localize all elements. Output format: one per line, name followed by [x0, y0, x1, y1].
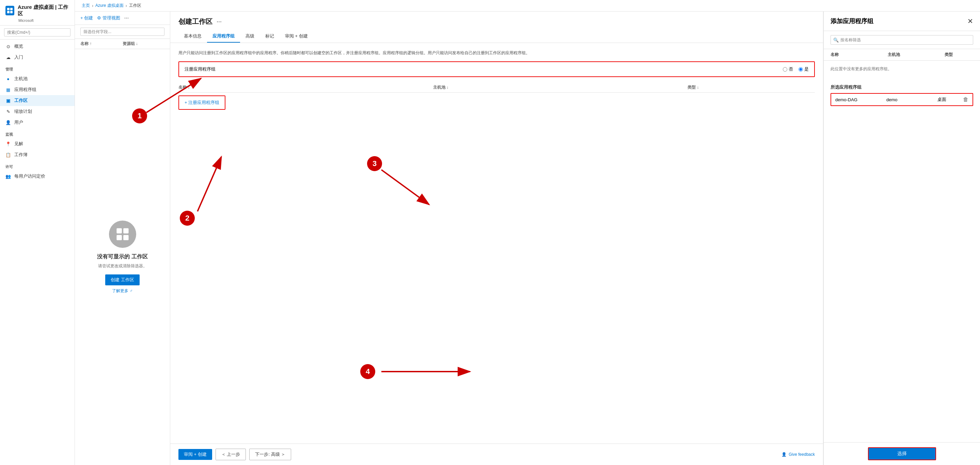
manage-section-label: 管理 [0, 63, 75, 73]
radio-no[interactable]: 否 [783, 66, 793, 72]
col-rg-header: 资源组 ↓ [123, 41, 165, 47]
sidebar-item-workbook[interactable]: 📋 工作簿 [0, 149, 75, 160]
breadcrumb-sep1: › [92, 3, 93, 8]
sidebar-header: Azure 虚拟桌面 | 工作区 Microsoft [0, 0, 75, 26]
add-ag-title: 添加应用程序组 [830, 17, 873, 25]
sidebar: Azure 虚拟桌面 | 工作区 Microsoft ⊙ 概览 ☁ 入门 管理 … [0, 0, 75, 465]
select-button[interactable]: 选择 [868, 447, 936, 460]
feedback-link[interactable]: 👤 Give feedback [781, 452, 815, 457]
create-button[interactable]: + 创建 [80, 15, 93, 21]
sidebar-item-intro[interactable]: ☁ 入门 [0, 52, 75, 63]
ag-col-pool: 主机池 ↓ [433, 85, 688, 90]
add-ag-columns: 名称 主机池 类型 [824, 49, 980, 61]
list-panel-toolbar: + 创建 ⚙ 管理视图 ··· [75, 11, 170, 25]
svg-rect-2 [7, 11, 10, 13]
wizard-title-row: 创建工作区 ··· [178, 17, 815, 26]
ag-col-type: 类型 ↓ [687, 85, 815, 90]
sidebar-title: Azure 虚拟桌面 | 工作区 [18, 4, 69, 17]
learn-more-link[interactable]: 了解更多 ♂ [112, 288, 132, 294]
users-icon: 👤 [5, 120, 11, 125]
intro-icon: ☁ [5, 54, 11, 60]
empty-state-icon [109, 221, 136, 248]
add-ag-search-input[interactable] [830, 35, 973, 45]
sidebar-item-workspace[interactable]: ▣ 工作区 [0, 95, 75, 106]
sidebar-item-users[interactable]: 👤 用户 [0, 117, 75, 128]
add-ag-search-container: 🔍 [824, 31, 980, 49]
wizard-footer: 审阅 + 创建 ＜ 上一步 下一步: 高级 ＞ 👤 Give feedback [170, 444, 823, 465]
list-panel: + 创建 ⚙ 管理视图 ··· 名称 ↑ 资源组 ↓ [75, 11, 170, 465]
next-button[interactable]: 下一步: 高级 ＞ [249, 449, 291, 460]
sidebar-item-appgroup[interactable]: ▦ 应用程序组 [0, 84, 75, 95]
main-area: 主页 › Azure 虚拟桌面 › 工作区 + 创建 ⚙ 管理视图 ··· 名称… [75, 0, 980, 465]
empty-title: 没有可显示的 工作区 [97, 253, 148, 260]
content-columns: + 创建 ⚙ 管理视图 ··· 名称 ↑ 资源组 ↓ [75, 11, 980, 465]
add-appgroup-panel: 添加应用程序组 ✕ 🔍 名称 主机池 类型 此位置中没有更多的应用程序组。 所选… [823, 11, 980, 465]
radio-no-input[interactable] [783, 67, 787, 72]
sidebar-item-insights[interactable]: 📍 见解 [0, 138, 75, 149]
feedback-person-icon: 👤 [781, 452, 787, 457]
svg-rect-5 [123, 228, 128, 233]
sel-name: demo-DAG [835, 97, 886, 102]
register-label: 注册应用程序组 [185, 66, 216, 72]
sidebar-item-overview[interactable]: ⊙ 概览 [0, 41, 75, 52]
sidebar-search-container [0, 26, 75, 40]
ag-col-name: 名称 ↓ [178, 85, 433, 90]
svg-rect-0 [7, 8, 10, 10]
more-options-button[interactable]: ··· [124, 15, 129, 21]
review-create-button[interactable]: 审阅 + 创建 [178, 449, 212, 460]
register-appgroup-box: 注册应用程序组 否 是 [178, 61, 815, 77]
add-appgroup-button[interactable]: + 注册应用程序组 [178, 96, 226, 110]
list-columns-header: 名称 ↑ 资源组 ↓ [75, 39, 170, 49]
wizard-tabs: 基本信息 应用程序组 高级 标记 审阅 + 创建 [178, 30, 815, 43]
add-ag-body: 所选应用程序组 demo-DAG demo 桌面 🗑 [824, 77, 980, 442]
list-filter-input[interactable] [80, 28, 164, 36]
sidebar-item-pricing[interactable]: 👥 每用户访问定价 [0, 171, 75, 182]
manage-view-button[interactable]: ⚙ 管理视图 [97, 15, 120, 21]
add-ag-empty-message: 此位置中没有更多的应用程序组。 [824, 61, 980, 77]
svg-rect-1 [10, 8, 13, 10]
add-ag-footer: 选择 [824, 442, 980, 465]
search-input[interactable] [4, 28, 70, 37]
radio-group: 否 是 [783, 66, 809, 72]
aag-col-name: 名称 [830, 52, 888, 58]
monitor-section-label: 监视 [0, 128, 75, 138]
add-ag-header: 添加应用程序组 ✕ [824, 11, 980, 31]
svg-rect-3 [10, 11, 13, 13]
prev-button[interactable]: ＜ 上一步 [216, 449, 246, 460]
search-icon: 🔍 [833, 37, 839, 43]
tab-tags[interactable]: 标记 [260, 30, 280, 43]
radio-yes-input[interactable] [799, 67, 803, 72]
tab-review[interactable]: 审阅 + 创建 [280, 30, 313, 43]
scaling-icon: ✎ [5, 109, 11, 114]
svg-rect-6 [116, 235, 122, 240]
insights-icon: 📍 [5, 141, 11, 147]
breadcrumb: 主页 › Azure 虚拟桌面 › 工作区 [75, 0, 980, 11]
wizard-description: 用户只能访问注册到工作区的应用程序组中的应用程序。你稍后随时都可以创建空的工作区… [178, 50, 815, 56]
overview-icon: ⊙ [5, 44, 11, 49]
sidebar-item-hostpool[interactable]: ● 主机池 [0, 73, 75, 84]
sidebar-subtitle: Microsoft [18, 18, 69, 22]
tab-appgroup[interactable]: 应用程序组 [207, 30, 240, 43]
close-button[interactable]: ✕ [967, 17, 973, 25]
appgroup-icon: ▦ [5, 87, 11, 93]
radio-yes[interactable]: 是 [799, 66, 809, 72]
tab-advanced[interactable]: 高级 [240, 30, 260, 43]
hostpool-icon: ● [5, 76, 11, 81]
breadcrumb-current: 工作区 [129, 3, 141, 8]
sidebar-logo-icon [5, 6, 14, 15]
svg-rect-4 [116, 228, 122, 233]
license-section-label: 许可 [0, 160, 75, 171]
empty-subtitle: 请尝试更改或清除筛选器。 [98, 263, 147, 269]
create-workspace-button[interactable]: 创建 工作区 [105, 275, 140, 285]
wizard-panel: 创建工作区 ··· 基本信息 应用程序组 高级 标记 审阅 + 创建 用户只能访… [170, 11, 823, 465]
sidebar-nav: ⊙ 概览 ☁ 入门 管理 ● 主机池 ▦ 应用程序组 ▣ 工作区 ✎ 缩放计划 … [0, 40, 75, 465]
list-filter-container [75, 25, 170, 39]
breadcrumb-parent[interactable]: Azure 虚拟桌面 [95, 3, 124, 8]
sidebar-item-scaling[interactable]: ✎ 缩放计划 [0, 106, 75, 117]
svg-rect-7 [123, 235, 128, 240]
sidebar-brand: Azure 虚拟桌面 | 工作区 [5, 4, 69, 17]
tab-basic[interactable]: 基本信息 [178, 30, 207, 43]
wizard-ellipsis-button[interactable]: ··· [216, 18, 222, 25]
delete-selected-button[interactable]: 🗑 [963, 96, 969, 102]
breadcrumb-home[interactable]: 主页 [82, 3, 90, 8]
